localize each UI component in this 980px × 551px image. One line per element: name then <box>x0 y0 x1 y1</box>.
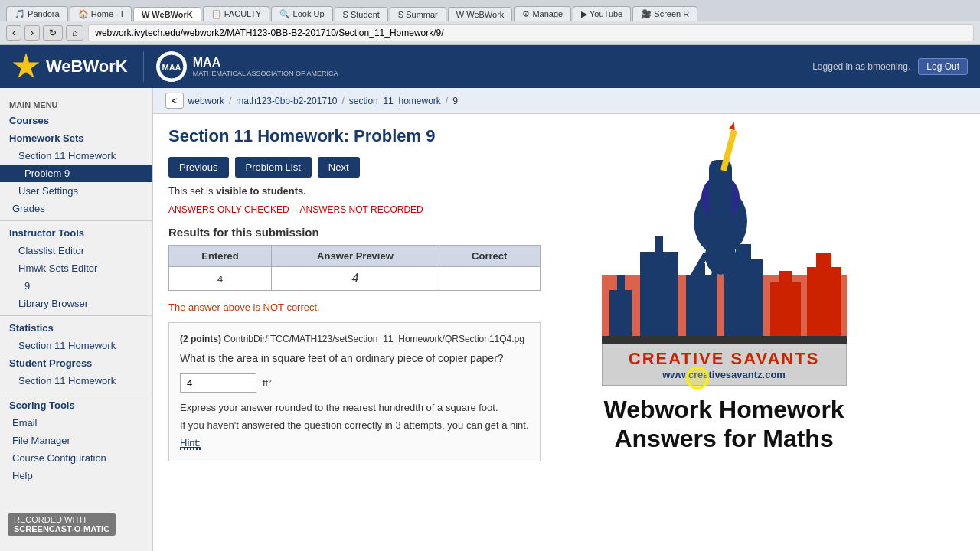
maa-emblem: MAA <box>156 51 187 82</box>
sidebar-item-email[interactable]: Email <box>0 414 152 432</box>
content-area: < webwork / math123-0bb-b2-201710 / sect… <box>153 88 980 551</box>
back-button[interactable]: ‹ <box>6 25 21 41</box>
sidebar-item-hmwk-sets-editor[interactable]: Hmwk Sets Editor <box>0 259 152 277</box>
forward-button[interactable]: › <box>24 25 40 41</box>
table-row: 4 4 <box>169 267 541 291</box>
tab-screenr[interactable]: 🎥 Screen R <box>632 6 697 21</box>
answer-input[interactable] <box>180 373 256 393</box>
col-preview: Answer Preview <box>272 246 439 267</box>
maa-logo: MAA MAA MATHEMATICAL ASSOCIATION OF AMER… <box>143 51 338 82</box>
results-section: Results for this submission Entered Answ… <box>168 226 541 291</box>
sidebar-item-problem9[interactable]: Problem 9 <box>0 165 152 182</box>
sidebar-item-section11-stats[interactable]: Section 11 Homework <box>0 337 152 354</box>
tabs-bar: 🎵 Pandora 🏠 Home - I W WeBWorK 📋 FACULTY… <box>0 0 980 21</box>
problem-box: (2 points) ContribDir/ITCC/MATH123/setSe… <box>168 322 541 461</box>
creative-savants-url: www.creativesavantz.com <box>610 369 838 380</box>
sidebar-item-section11-hw[interactable]: Section 11 Homework <box>0 147 152 165</box>
maa-name: MAA <box>193 56 338 70</box>
problem-source: (2 points) ContribDir/ITCC/MATH123/setSe… <box>180 334 529 344</box>
nav-buttons: Previous Problem List Next <box>168 157 541 178</box>
sidebar-item-student-progress[interactable]: Student Progress <box>0 354 152 372</box>
svg-rect-18 <box>709 160 732 221</box>
sidebar-item-statistics[interactable]: Statistics <box>0 319 152 337</box>
tab-faculty[interactable]: 📋 FACULTY <box>203 6 270 21</box>
entered-value: 4 <box>169 267 272 291</box>
breadcrumb-sep1: / <box>229 96 231 106</box>
breadcrumb: < webwork / math123-0bb-b2-201710 / sect… <box>153 88 980 114</box>
svg-rect-3 <box>609 290 632 344</box>
webwork-logo: WeBWorK <box>12 53 128 80</box>
col-entered: Entered <box>169 246 272 267</box>
preview-value: 4 <box>272 267 439 291</box>
sidebar-item-course-config[interactable]: Course Configuration <box>0 449 152 467</box>
next-button[interactable]: Next <box>318 157 360 178</box>
tab-lookup[interactable]: 🔍 Look Up <box>271 6 332 21</box>
svg-point-21 <box>705 236 736 275</box>
svg-rect-5 <box>640 252 678 344</box>
unit-text: ft² <box>263 377 272 389</box>
refresh-button[interactable]: ↻ <box>43 25 63 41</box>
results-table: Entered Answer Preview Correct 4 4 <box>168 245 541 291</box>
sidebar-item-library-browser[interactable]: Library Browser <box>0 295 152 312</box>
breadcrumb-back-button[interactable]: < <box>165 93 184 109</box>
warning-text: ANSWERS ONLY CHECKED -- ANSWERS NOT RECO… <box>168 204 541 215</box>
incorrect-text: The answer above is NOT correct. <box>168 302 541 313</box>
sidebar-item-section11-progress[interactable]: Section 11 Homework <box>0 372 152 390</box>
site-header: WeBWorK MAA MAA MATHEMATICAL ASSOCIATION… <box>0 45 980 88</box>
hero-illustration <box>602 122 847 344</box>
sidebar-item-scoring-tools[interactable]: Scoring Tools <box>0 396 152 414</box>
site-name: WeBWorK <box>46 57 128 77</box>
svg-rect-13 <box>807 267 841 344</box>
hint-note: If you haven't answered the question cor… <box>180 419 529 431</box>
star-icon <box>12 53 40 80</box>
sidebar-item-help[interactable]: Help <box>0 467 152 484</box>
main-menu-label: MAIN MENU <box>0 96 152 112</box>
sidebar-item-homework-sets[interactable]: Homework Sets <box>0 129 152 147</box>
home-browser-button[interactable]: ⌂ <box>66 25 83 41</box>
content-wrapper: Section 11 Homework: Problem 9 Previous … <box>153 114 980 474</box>
logged-in-text: Logged in as bmoening. <box>812 61 910 72</box>
breadcrumb-section[interactable]: section_11_homework <box>349 96 441 106</box>
breadcrumb-course[interactable]: math123-0bb-b2-201710 <box>236 96 337 106</box>
tab-manage[interactable]: ⚙ Manage <box>514 6 571 21</box>
breadcrumb-problem: 9 <box>452 96 458 106</box>
header-right: Logged in as bmoening. Log Out <box>812 58 968 75</box>
results-title: Results for this submission <box>168 226 541 239</box>
right-panel: CREATIVE SAVANTS www.creativesavantz.com… <box>556 114 893 474</box>
address-bar[interactable] <box>88 24 974 41</box>
sidebar: MAIN MENU Courses Homework Sets Section … <box>0 88 153 551</box>
sidebar-item-problem9-sub[interactable]: 9 <box>0 277 152 295</box>
breadcrumb-sep3: / <box>446 96 448 106</box>
problem-list-button[interactable]: Problem List <box>235 157 312 178</box>
tab-home[interactable]: 🏠 Home - I <box>70 6 132 21</box>
creative-savants-banner: CREATIVE SAVANTS www.creativesavantz.com <box>602 344 847 386</box>
svg-rect-14 <box>816 253 831 267</box>
webwork-big-text: Webwork Homework Answers for Maths <box>604 395 844 454</box>
previous-button[interactable]: Previous <box>168 157 229 178</box>
sidebar-item-courses[interactable]: Courses <box>0 112 152 129</box>
sidebar-item-instructor-tools[interactable]: Instructor Tools <box>0 224 152 242</box>
logout-button[interactable]: Log Out <box>918 58 968 75</box>
breadcrumb-webwork[interactable]: webwork <box>188 96 224 106</box>
sidebar-item-user-settings[interactable]: User Settings <box>0 182 152 200</box>
tab-webwork[interactable]: W WeBWorK <box>133 7 201 21</box>
tab-student[interactable]: S Student <box>335 7 388 21</box>
tab-youtube[interactable]: ▶ YouTube <box>573 6 631 21</box>
breadcrumb-sep2: / <box>341 96 344 106</box>
sidebar-item-classlist-editor[interactable]: Classlist Editor <box>0 242 152 259</box>
maa-full-name: MATHEMATICAL ASSOCIATION OF AMERICA <box>193 70 338 77</box>
svg-text:MAA: MAA <box>162 63 181 72</box>
hint-link[interactable]: Hint: <box>180 437 529 450</box>
main-content: Section 11 Homework: Problem 9 Previous … <box>153 114 556 474</box>
svg-rect-6 <box>655 236 663 252</box>
correct-value <box>439 267 540 291</box>
tab-summary[interactable]: S Summar <box>390 7 446 21</box>
creative-savants-logo: CREATIVE SAVANTS <box>610 349 838 369</box>
tab-pandora[interactable]: 🎵 Pandora <box>6 6 68 21</box>
sidebar-item-file-manager[interactable]: File Manager <box>0 432 152 449</box>
tab-webwork2[interactable]: W WeBWork <box>448 7 513 21</box>
cursor-indicator <box>686 367 709 390</box>
svg-marker-20 <box>729 122 737 130</box>
answer-row: ft² <box>180 373 529 393</box>
sidebar-item-grades[interactable]: Grades <box>0 200 152 217</box>
